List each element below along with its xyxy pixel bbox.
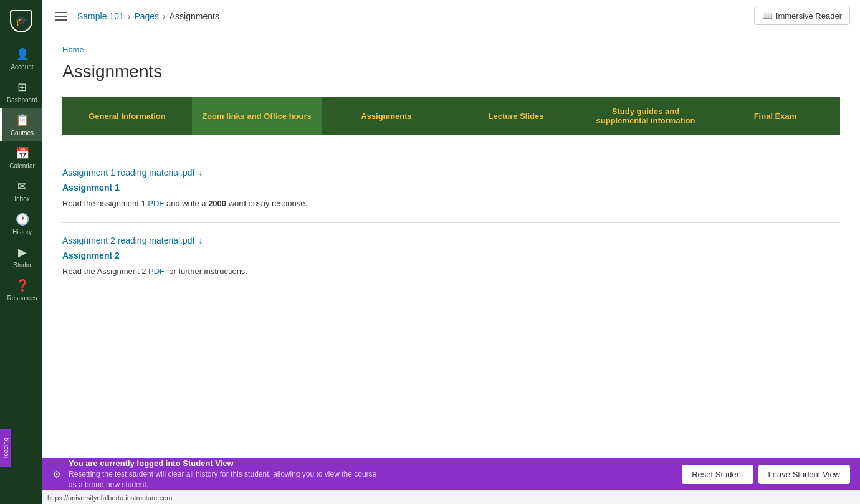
url-bar: https://universityofalberta.instructure.… [42, 490, 860, 504]
page-title: Assignments [62, 62, 840, 82]
resources-icon: ❓ [16, 278, 29, 292]
breadcrumb-separator: › [163, 11, 166, 21]
student-bar-description: Resetting the test student will clear al… [69, 469, 380, 490]
sidebar-item-dashboard[interactable]: ⊞ Dashboard [0, 75, 42, 108]
nav-tile-assignments-label: Assignments [361, 112, 412, 121]
account-label: Account [11, 64, 33, 70]
courses-icon: 📋 [16, 113, 29, 127]
assignment-1-pdf-link[interactable]: PDF [148, 199, 164, 208]
breadcrumb-current: Assignments [170, 11, 219, 21]
student-bar-actions: Reset Student Leave Student View [682, 465, 850, 484]
hamburger-line [55, 16, 67, 17]
main-area: Sample 101 › Pages › Assignments 📖 Immer… [42, 0, 860, 504]
breadcrumb-course-link[interactable]: Sample 101 [77, 11, 124, 21]
history-label: History [12, 229, 32, 235]
nav-tile-study-label: Study guides and supplemental informatio… [588, 107, 703, 125]
dashboard-icon: ⊞ [17, 80, 27, 94]
assignment-1-description: Read the assignment 1 PDF and write a 20… [62, 197, 840, 210]
hamburger-button[interactable] [52, 9, 70, 23]
inbox-label: Inbox [14, 196, 29, 202]
content-area: Home Assignments General Information Zoo… [42, 32, 860, 458]
assignment-2-file-link[interactable]: Assignment 2 reading material.pdf ↓ [62, 235, 840, 245]
calendar-icon: 📅 [16, 146, 29, 160]
sidebar-item-account[interactable]: 👤 Account [0, 42, 42, 75]
history-icon: 🕐 [16, 212, 29, 226]
hamburger-line [55, 19, 67, 21]
assignment-2-link[interactable]: Assignment 2 [62, 250, 840, 260]
reset-student-button[interactable]: Reset Student [682, 465, 753, 484]
assignment-2-file-name: Assignment 2 reading material.pdf [62, 235, 194, 245]
sidebar-logo: 🎓 [0, 0, 42, 42]
sidebar-item-history[interactable]: 🕐 History [0, 207, 42, 240]
nav-tile-general[interactable]: General Information [62, 97, 192, 135]
download-icon: ↓ [198, 235, 203, 245]
assignment-1-section: Assignment 1 reading material.pdf ↓ Assi… [62, 155, 840, 223]
immersive-reader-label: Immersive Reader [776, 11, 842, 21]
resources-label: Resources [7, 295, 37, 302]
nav-tile-final[interactable]: Final Exam [710, 97, 840, 135]
nav-tile-lecture-label: Lecture Slides [489, 112, 544, 121]
courses-label: Courses [11, 130, 34, 136]
sidebar: 🎓 👤 Account ⊞ Dashboard 📋 Courses 📅 Cale… [0, 0, 42, 504]
breadcrumb-section-link[interactable]: Pages [134, 11, 159, 21]
immersive-reader-button[interactable]: 📖 Immersive Reader [754, 7, 850, 25]
home-link[interactable]: Home [62, 45, 840, 54]
url-text: https://universityofalberta.instructure.… [47, 494, 173, 502]
nav-tile-general-label: General Information [88, 112, 166, 121]
nav-tile-final-label: Final Exam [754, 112, 797, 121]
immersive-reader-icon: 📖 [762, 11, 772, 21]
breadcrumb-separator: › [128, 11, 131, 21]
assignment-1-file-name: Assignment 1 reading material.pdf [62, 168, 194, 178]
dashboard-label: Dashboard [7, 97, 37, 103]
nav-tile-zoom-label: Zoom links and Office hours [202, 112, 312, 121]
studio-label: Studio [13, 262, 31, 269]
topbar: Sample 101 › Pages › Assignments 📖 Immer… [42, 0, 860, 32]
account-icon: 👤 [16, 47, 29, 61]
student-bar-title: You are currently logged into Student Vi… [69, 459, 674, 468]
calendar-label: Calendar [9, 163, 35, 169]
sidebar-item-resources[interactable]: ❓ Resources [0, 273, 42, 307]
sidebar-item-studio[interactable]: ▶ Studio [0, 240, 42, 273]
student-bar-icon: ⚙ [52, 468, 61, 480]
sidebar-item-courses[interactable]: 📋 Courses [0, 108, 42, 141]
loading-strip: loading [0, 429, 11, 467]
sidebar-item-inbox[interactable]: ✉ Inbox [0, 174, 42, 207]
logo-shield-icon: 🎓 [10, 10, 32, 32]
breadcrumb: Sample 101 › Pages › Assignments [77, 11, 747, 21]
nav-tile-assignments[interactable]: Assignments [322, 97, 451, 135]
assignment-2-description: Read the Assignment 2 PDF for further in… [62, 265, 840, 278]
assignment-1-file-link[interactable]: Assignment 1 reading material.pdf ↓ [62, 168, 840, 178]
sidebar-item-calendar[interactable]: 📅 Calendar [0, 141, 42, 174]
assignment-1-link[interactable]: Assignment 1 [62, 183, 840, 193]
nav-tile-study[interactable]: Study guides and supplemental informatio… [581, 97, 710, 135]
inbox-icon: ✉ [17, 179, 27, 193]
nav-tile-lecture[interactable]: Lecture Slides [451, 97, 581, 135]
download-icon: ↓ [198, 168, 203, 178]
assignment-2-pdf-link[interactable]: PDF [148, 267, 165, 276]
student-bar: ⚙ You are currently logged into Student … [42, 458, 860, 490]
assignment-2-section: Assignment 2 reading material.pdf ↓ Assi… [62, 223, 840, 291]
nav-tiles: General Information Zoom links and Offic… [62, 97, 840, 135]
leave-student-view-button[interactable]: Leave Student View [758, 465, 850, 484]
hamburger-line [55, 12, 67, 13]
studio-icon: ▶ [18, 245, 27, 259]
nav-tile-zoom[interactable]: Zoom links and Office hours [192, 97, 322, 135]
